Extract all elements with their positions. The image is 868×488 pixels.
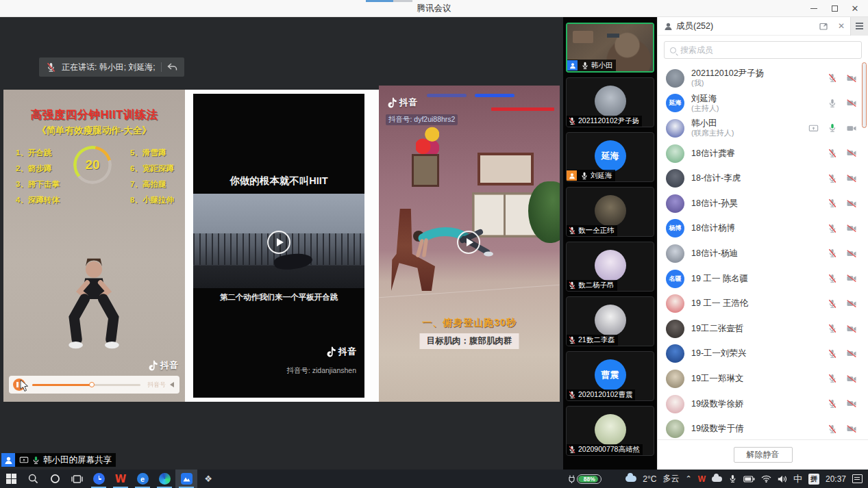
muted-mic-icon[interactable] [828,399,837,409]
member-row[interactable]: 韩小田(联席主持人) [658,116,868,141]
tray-expand-icon[interactable]: ⌃ [685,474,691,483]
participant-thumbnail[interactable]: 2021120102尹子扬 [566,77,654,127]
camera-off-icon[interactable] [846,274,857,282]
muted-mic-icon[interactable] [828,149,837,158]
maximize-button[interactable] [824,0,845,17]
temperature-label[interactable]: 2°C [643,474,656,484]
member-row[interactable]: 18信计-孙昊 [658,191,868,216]
member-row[interactable]: 18信计龚睿 [658,141,868,166]
member-row[interactable]: 19级数学徐娇 [658,391,868,417]
participant-thumbnail[interactable]: 21数二李磊 [566,296,654,346]
action-center-icon[interactable] [852,474,863,483]
muted-mic-icon[interactable] [828,73,837,83]
member-search-box[interactable] [664,41,862,59]
taskbar-edge-icon[interactable] [153,470,175,488]
start-button[interactable] [0,470,22,488]
wifi-icon[interactable] [761,475,771,483]
camera-off-icon[interactable] [846,300,857,307]
camera-off-icon[interactable] [846,175,857,182]
ime-mode-indicator[interactable]: 拼 [808,474,819,485]
taskbar-pc-manager-icon[interactable]: ❖ [197,470,219,488]
muted-mic-icon[interactable] [828,174,837,183]
member-row[interactable]: 18-信计-李虎 [658,166,868,191]
member-row[interactable]: 延海刘延海(主持人) [658,91,868,116]
tray-battery-icon[interactable] [743,476,755,483]
camera-off-icon[interactable] [846,400,857,407]
play-button[interactable] [457,231,480,254]
participant-thumbnail[interactable]: 数二杨子昂 [566,242,654,292]
taskbar-clock-app-icon[interactable] [88,470,110,488]
reply-arrow-icon[interactable] [167,63,177,71]
member-row[interactable]: 19工一郑琳文 [658,366,868,391]
participant-thumbnail[interactable]: 延海刘延海 [566,132,654,182]
muted-mic-icon[interactable] [828,198,837,208]
camera-off-icon[interactable] [846,375,857,383]
camera-off-icon[interactable] [846,200,857,207]
mic-icon[interactable] [828,99,837,108]
camera-off-icon[interactable] [846,350,857,357]
camera-off-icon[interactable] [846,224,857,232]
progress-bar[interactable] [32,384,140,386]
tray-mic-icon[interactable] [728,474,737,483]
minimize-button[interactable] [804,0,824,17]
ime-language-indicator[interactable]: 中 [793,473,802,485]
member-row[interactable]: 19-工一刘荣兴 [658,342,868,367]
member-row[interactable]: 名疆19 工一 陈名疆 [658,266,868,292]
thumbnail-name-label: 2021120102尹子扬 [567,116,642,127]
taskbar-browser-icon[interactable]: e [132,470,153,488]
member-row[interactable]: 19 工一 王浩伦 [658,291,868,316]
muted-mic-icon[interactable] [828,299,837,309]
camera-off-icon[interactable] [846,425,857,433]
member-row[interactable]: 2021120102尹子扬(我) [658,66,868,91]
unmute-button[interactable]: 解除静音 [734,447,793,463]
cortana-icon[interactable] [44,470,66,488]
tray-cloud-icon[interactable] [712,476,722,482]
close-panel-icon[interactable]: ✕ [832,17,850,36]
video-player-controls[interactable]: 抖音号 [9,376,179,394]
close-button[interactable]: ✕ [845,0,865,17]
muted-mic-icon[interactable] [828,424,837,434]
muted-mic-icon[interactable] [828,349,837,359]
muted-mic-icon[interactable] [828,324,837,333]
weather-icon[interactable] [625,476,636,482]
member-row[interactable]: 18信计-杨迪 [658,241,868,266]
taskbar-search-icon[interactable] [22,470,44,488]
popout-panel-icon[interactable] [815,17,832,36]
camera-off-icon[interactable] [846,325,857,333]
battery-level-indicator[interactable]: 88% [569,474,602,484]
tray-wps-icon[interactable]: W [698,474,706,484]
search-input[interactable] [680,45,856,55]
douyin-account: 抖音号: zidanjianshen [286,366,356,376]
mic-icon[interactable] [828,123,837,133]
camera-icon[interactable] [846,125,857,132]
participant-thumbnail[interactable]: 数一仝正纬 [566,187,654,237]
volume-icon[interactable] [778,475,787,483]
taskbar-wps-icon[interactable]: W [110,470,132,488]
weather-label[interactable]: 多云 [662,473,679,485]
member-row[interactable]: 19级数学于倩 [658,416,868,439]
member-row[interactable]: 19工二张壹哲 [658,316,868,342]
camera-off-icon[interactable] [846,250,857,257]
muted-mic-icon[interactable] [828,274,837,283]
participant-thumbnail[interactable]: 2020900778高靖然 [566,406,654,456]
clock-label[interactable]: 20:37 [826,474,846,484]
participant-thumbnail[interactable]: 曹震2020120102曹震 [566,351,654,401]
muted-mic-icon[interactable] [828,374,837,383]
play-button[interactable] [267,231,290,254]
taskbar-meeting-app-icon[interactable] [175,470,197,488]
muted-mic-icon[interactable] [828,248,837,258]
thumbnail-name-label: 韩小田 [567,60,616,71]
member-row[interactable]: 杨博18信计杨博 [658,216,868,242]
camera-off-icon[interactable] [846,99,857,107]
panel-menu-icon[interactable] [850,17,868,36]
members-icon [664,22,673,31]
video-caption-2: 第二个动作我们来一个平板开合跳 [193,292,364,303]
camera-off-icon[interactable] [846,75,857,82]
participant-name: 2020900778高靖然 [578,445,640,454]
task-view-icon[interactable] [66,470,88,488]
participant-thumbnail[interactable]: 韩小田 [566,23,654,73]
scrollbar-thumb[interactable] [862,62,867,128]
camera-off-icon[interactable] [846,149,857,157]
volume-icon[interactable] [170,382,174,387]
muted-mic-icon[interactable] [828,224,837,233]
